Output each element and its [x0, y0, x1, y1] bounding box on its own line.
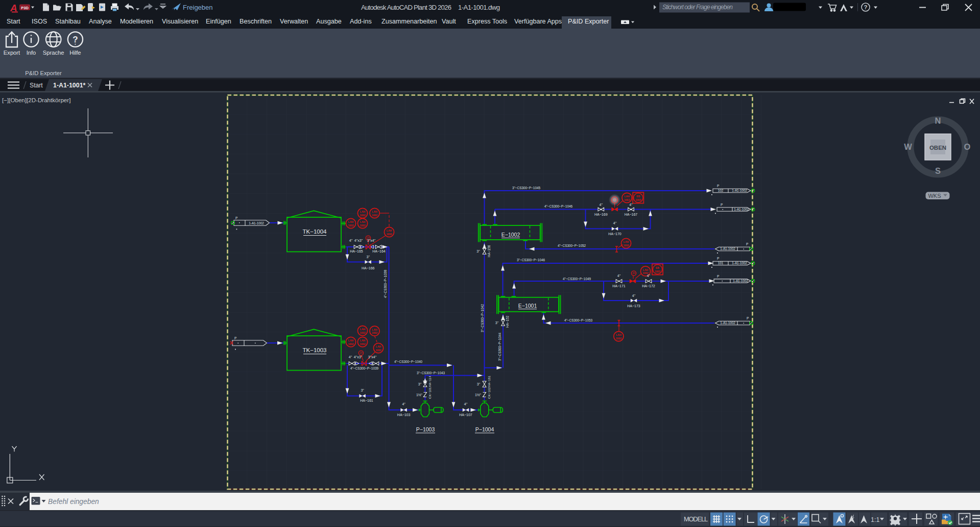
svg-text:P: P	[746, 242, 748, 246]
svg-text:E−1001: E−1001	[518, 303, 537, 309]
svg-text:3"−CS300−P−1045: 3"−CS300−P−1045	[512, 186, 540, 190]
svg-text:MODELL: MODELL	[684, 515, 708, 523]
svg-text:Stichwort oder Frage eingeben: Stichwort oder Frage eingeben	[662, 4, 733, 11]
svg-text:3": 3"	[477, 382, 481, 386]
svg-text:CK−101HA−114: CK−101HA−114	[428, 376, 432, 399]
svg-text:1:1: 1:1	[871, 516, 879, 523]
svg-text:P&ID Exporter: P&ID Exporter	[25, 70, 62, 76]
svg-text:HA−173: HA−173	[627, 304, 640, 308]
svg-text:4": 4"	[632, 294, 636, 297]
svg-text:3": 3"	[476, 249, 480, 253]
svg-text:3": 3"	[367, 255, 370, 259]
svg-text:HA−156: HA−156	[487, 245, 491, 257]
svg-text:Verwalten: Verwalten	[280, 18, 308, 25]
svg-text:1-A1-1002: 1-A1-1002	[249, 221, 264, 225]
svg-text:P: P	[721, 203, 723, 207]
svg-text:1-A1-1001.dwg: 1-A1-1001.dwg	[458, 4, 500, 11]
svg-text:4"x3": 4"x3"	[354, 355, 363, 359]
svg-text:Express Tools: Express Tools	[467, 18, 507, 25]
svg-text:3"−CS300−P−1046: 3"−CS300−P−1046	[517, 258, 545, 262]
svg-text:[−][Oben][2D-Drahtkörper]: [−][Oben][2D-Drahtkörper]	[2, 97, 70, 103]
svg-text:4": 4"	[402, 402, 405, 406]
svg-text:HA−164: HA−164	[372, 249, 386, 253]
svg-text:HA−165: HA−165	[350, 249, 363, 253]
svg-text:Stahlbau: Stahlbau	[55, 18, 81, 25]
svg-text:Sprache: Sprache	[43, 50, 64, 56]
svg-text:4": 4"	[647, 274, 651, 278]
svg-text:4": 4"	[349, 239, 353, 242]
svg-text:Info: Info	[27, 50, 36, 56]
svg-text:4": 4"	[600, 203, 603, 207]
svg-text:Analyse: Analyse	[89, 18, 112, 25]
svg-text:Export: Export	[4, 50, 20, 56]
svg-text:N: N	[935, 116, 941, 125]
svg-text:Verfügbare Apps: Verfügbare Apps	[514, 18, 562, 25]
svg-text:3": 3"	[495, 321, 499, 325]
svg-text:1-A1-1002: 1-A1-1002	[734, 208, 749, 211]
svg-text:P: P	[235, 216, 237, 220]
svg-text:Start: Start	[7, 18, 20, 25]
svg-text:?: ?	[864, 4, 867, 10]
svg-text:1½": 1½"	[416, 393, 423, 397]
svg-text:4": 4"	[464, 402, 468, 406]
svg-text:HA−166: HA−166	[362, 266, 375, 270]
svg-text:3"−CS300−P−1043: 3"−CS300−P−1043	[417, 371, 445, 375]
svg-text:4"−CS300−P−1038: 4"−CS300−P−1038	[384, 270, 387, 298]
svg-text:Einfügen: Einfügen	[206, 18, 231, 25]
svg-text:Autodesk AutoCAD Plant 3D 2026: Autodesk AutoCAD Plant 3D 2026	[361, 4, 451, 11]
svg-text:HA−170: HA−170	[608, 232, 622, 236]
svg-text:1½": 1½"	[475, 393, 482, 397]
svg-text:3": 3"	[361, 388, 364, 392]
svg-text:Freigeben: Freigeben	[183, 4, 213, 11]
svg-text:OBEN: OBEN	[929, 145, 946, 151]
svg-text:4": 4"	[349, 355, 352, 359]
svg-text:P: P	[717, 274, 719, 278]
svg-text:Visualisieren: Visualisieren	[162, 18, 198, 25]
svg-text:3"x4": 3"x4"	[368, 355, 377, 359]
svg-text:1-A1-1002: 1-A1-1002	[732, 189, 747, 192]
svg-text:P3D: P3D	[21, 6, 29, 10]
svg-text:3"x4": 3"x4"	[367, 239, 376, 242]
svg-text:HA−152: HA−152	[506, 315, 509, 328]
svg-text:TK−1004: TK−1004	[303, 228, 327, 235]
svg-text:TK−1003: TK−1003	[303, 347, 327, 353]
svg-text:1-A1-1001*: 1-A1-1001*	[53, 82, 86, 89]
svg-text:HA−169: HA−169	[594, 213, 608, 216]
svg-text:P: P	[747, 316, 749, 320]
svg-text:4"−CS300−P−1040: 4"−CS300−P−1040	[394, 360, 422, 363]
svg-text:Modellieren: Modellieren	[120, 18, 153, 25]
svg-text:4"−CS300−P−1053: 4"−CS300−P−1053	[564, 318, 592, 322]
svg-text:P: P	[234, 336, 236, 340]
svg-text:4": 4"	[613, 221, 617, 225]
svg-text:ISOS: ISOS	[32, 18, 47, 25]
svg-text:?: ?	[73, 35, 78, 44]
svg-text:HA−161: HA−161	[360, 399, 373, 402]
svg-text:CK−102HA−151: CK−102HA−151	[487, 375, 491, 399]
svg-text:Vault: Vault	[442, 18, 456, 25]
svg-text:4"−CS300−P−1052: 4"−CS300−P−1052	[558, 244, 586, 247]
svg-text:W: W	[904, 142, 912, 151]
svg-text:HA−171: HA−171	[612, 284, 626, 288]
svg-text:E−1002: E−1002	[501, 232, 520, 238]
svg-text:1-A1-1002: 1-A1-1002	[733, 279, 748, 283]
svg-text:3"−CS300−P−1044: 3"−CS300−P−1044	[498, 333, 501, 361]
svg-text:P: P	[717, 257, 719, 260]
svg-text:WKS: WKS	[928, 193, 941, 199]
svg-text:HA−167: HA−167	[625, 213, 638, 216]
svg-text:P−1004: P−1004	[475, 426, 494, 432]
svg-text:4": 4"	[629, 203, 633, 207]
svg-text:1-A1-1002: 1-A1-1002	[720, 247, 735, 250]
svg-text:P−1003: P−1003	[416, 426, 435, 432]
svg-text:4"−CS300−P−1039: 4"−CS300−P−1039	[350, 366, 378, 370]
svg-text:101: 101	[718, 261, 724, 265]
svg-text:S: S	[935, 166, 941, 175]
svg-text:O: O	[964, 142, 971, 151]
svg-text:Add-ins: Add-ins	[350, 18, 372, 25]
svg-text:3"−CS300−P−1042: 3"−CS300−P−1042	[481, 304, 484, 332]
svg-text:1-A1-1002: 1-A1-1002	[732, 261, 747, 265]
svg-text:A: A	[10, 3, 17, 13]
svg-text:3": 3"	[418, 382, 422, 386]
svg-text:Beschriften: Beschriften	[240, 18, 272, 25]
svg-text:4"−CS300−P−1046: 4"−CS300−P−1046	[544, 204, 572, 208]
svg-text:102: 102	[718, 189, 724, 192]
